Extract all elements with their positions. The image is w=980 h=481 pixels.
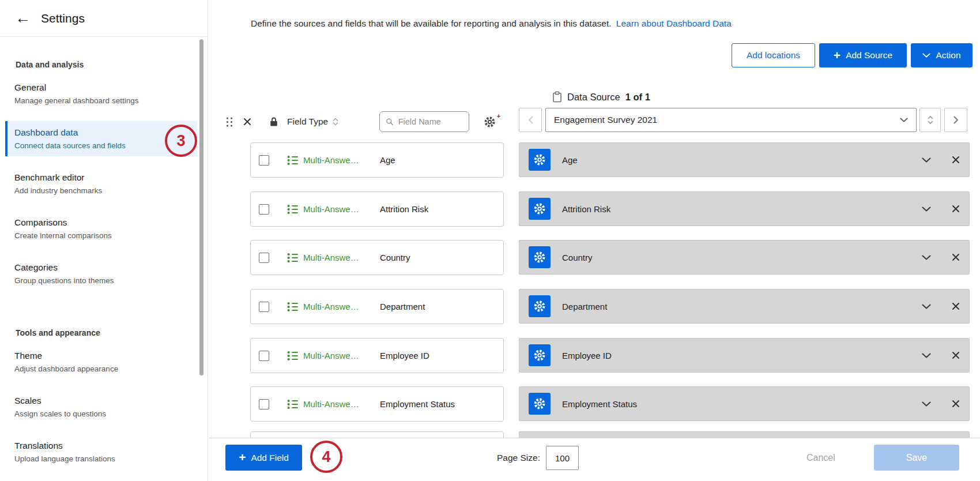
- field-checkbox[interactable]: [259, 155, 269, 166]
- drag-handle-icon[interactable]: [226, 117, 233, 127]
- expand-chevron-icon[interactable]: [922, 401, 931, 407]
- page-size-input[interactable]: [546, 446, 579, 470]
- plus-icon: +: [834, 49, 840, 61]
- sidebar-scrollbar[interactable]: [199, 39, 203, 375]
- remove-field-icon[interactable]: [952, 351, 960, 359]
- field-name-label: Employment Status: [380, 399, 455, 409]
- reorder-source-button[interactable]: [919, 108, 941, 132]
- field-settings-button[interactable]: [529, 295, 551, 317]
- field-type-label: Multi-Answe…: [303, 155, 368, 165]
- field-settings-button[interactable]: [529, 149, 551, 171]
- chevron-right-icon: [953, 116, 959, 124]
- field-checkbox[interactable]: [259, 204, 269, 215]
- expand-chevron-icon[interactable]: [922, 206, 931, 212]
- field-checkbox[interactable]: [259, 351, 269, 361]
- sidebar-item-description: Upload language translations: [14, 454, 190, 463]
- multi-answer-icon: [287, 155, 299, 166]
- remove-field-icon[interactable]: [952, 156, 960, 164]
- section-header-tools-and-appearance: Tools and appearance: [16, 328, 192, 337]
- remove-field-icon[interactable]: [952, 302, 960, 310]
- field-type-column-label: Field Type: [287, 117, 328, 127]
- field-name-label: Department: [380, 302, 425, 311]
- sidebar-item-theme[interactable]: Theme Adjust dashboard appearance: [5, 344, 197, 379]
- mapping-label: Age: [562, 155, 922, 165]
- mapping-row: Department: [519, 289, 970, 324]
- sidebar-item-description: Manage general dashboard settings: [14, 96, 190, 105]
- field-settings-button[interactable]: [529, 393, 551, 415]
- field-card[interactable]: Multi-Answe… Department: [250, 289, 504, 324]
- remove-field-icon[interactable]: [952, 253, 960, 261]
- remove-field-icon[interactable]: [952, 205, 960, 213]
- add-locations-button[interactable]: Add locations: [732, 43, 815, 67]
- remove-field-icon[interactable]: [952, 400, 960, 408]
- settings-page: ← Settings Data and analysis General Man…: [0, 0, 980, 481]
- add-source-label: Add Source: [846, 50, 892, 61]
- sidebar-item-benchmark-editor[interactable]: Benchmark editor Add industry benchmarks: [5, 166, 197, 201]
- field-settings-button[interactable]: [529, 246, 551, 268]
- sidebar-item-description: Add industry benchmarks: [14, 186, 190, 195]
- back-arrow-icon[interactable]: ←: [15, 10, 31, 26]
- clipboard-icon: [552, 91, 562, 103]
- field-card[interactable]: Multi-Answe… Employment Status: [250, 386, 504, 422]
- learn-about-dashboard-data-link[interactable]: Learn about Dashboard Data: [616, 18, 732, 28]
- mapping-label: Employee ID: [562, 351, 922, 360]
- field-settings-button[interactable]: [529, 344, 551, 366]
- multi-answer-icon: [287, 351, 299, 361]
- sidebar-item-label: Benchmark editor: [14, 172, 190, 183]
- field-checkbox[interactable]: [259, 399, 269, 409]
- datasource-controls: Engagement Survey 2021: [519, 108, 967, 132]
- mapping-row: Age: [519, 142, 970, 177]
- annotation-circle-3: 3: [165, 125, 197, 157]
- expand-chevron-icon[interactable]: [922, 304, 931, 309]
- field-name-search-input[interactable]: [398, 117, 463, 126]
- field-type-label: Multi-Answe…: [303, 399, 368, 409]
- field-card[interactable]: Multi-Answe… Employee ID: [250, 338, 504, 373]
- clear-selection-icon[interactable]: [243, 118, 251, 126]
- field-settings-button[interactable]: [529, 198, 551, 220]
- sidebar-item-description: Assign scales to questions: [14, 409, 190, 418]
- sidebar-item-categories[interactable]: Categories Group questions into themes: [5, 256, 197, 291]
- field-checkbox[interactable]: [259, 253, 269, 263]
- add-source-button[interactable]: + Add Source: [819, 43, 907, 67]
- add-field-button[interactable]: + Add Field: [225, 445, 302, 471]
- field-name-label: Country: [380, 253, 410, 262]
- chevron-left-icon: [528, 116, 533, 124]
- sidebar-item-translations[interactable]: Translations Upload language translation…: [5, 434, 197, 469]
- sidebar: ← Settings Data and analysis General Man…: [0, 0, 208, 481]
- save-button[interactable]: Save: [874, 445, 959, 471]
- sidebar-item-label: Comparisons: [14, 217, 190, 228]
- cancel-button[interactable]: Cancel: [806, 453, 835, 463]
- chevron-down-icon: [922, 53, 930, 58]
- sidebar-item-general[interactable]: General Manage general dashboard setting…: [5, 76, 197, 111]
- source-select-value: Engagement Survey 2021: [554, 115, 657, 125]
- sort-icon[interactable]: [333, 118, 338, 126]
- sidebar-header: ← Settings: [0, 0, 208, 37]
- sidebar-item-description: Group questions into themes: [14, 276, 190, 285]
- expand-chevron-icon[interactable]: [922, 353, 931, 358]
- sidebar-item-label: Theme: [14, 351, 190, 361]
- previous-source-button[interactable]: [519, 108, 542, 132]
- expand-chevron-icon[interactable]: [922, 157, 931, 163]
- field-checkbox[interactable]: [259, 302, 269, 312]
- source-select[interactable]: Engagement Survey 2021: [545, 108, 917, 132]
- field-card[interactable]: Multi-Answe… Age: [250, 142, 504, 178]
- action-button[interactable]: Action: [911, 43, 973, 67]
- lock-icon[interactable]: [270, 117, 278, 127]
- sidebar-item-label: Scales: [14, 396, 190, 406]
- sidebar-item-comparisons[interactable]: Comparisons Create internal comparisons: [5, 211, 197, 246]
- multi-answer-icon: [287, 399, 299, 409]
- expand-chevron-icon[interactable]: [922, 255, 931, 260]
- multi-answer-icon: [287, 302, 299, 312]
- column-settings-gear-icon[interactable]: +: [484, 116, 496, 128]
- sidebar-item-description: Adjust dashboard appearance: [14, 364, 190, 373]
- description-text: Define the sources and fields that will …: [251, 18, 612, 28]
- next-source-button[interactable]: [944, 108, 967, 132]
- field-card[interactable]: Multi-Answe… Country: [250, 240, 504, 275]
- sidebar-item-label: Categories: [14, 262, 190, 273]
- datasource-header: Data Source 1 of 1: [552, 91, 650, 103]
- add-field-label: Add Field: [251, 453, 288, 463]
- toolbar: Add locations + Add Source Action: [732, 43, 973, 67]
- sidebar-item-scales[interactable]: Scales Assign scales to questions: [5, 389, 197, 424]
- field-card[interactable]: Multi-Answe… Attrition Risk: [250, 191, 504, 227]
- mapping-label: Country: [562, 253, 922, 262]
